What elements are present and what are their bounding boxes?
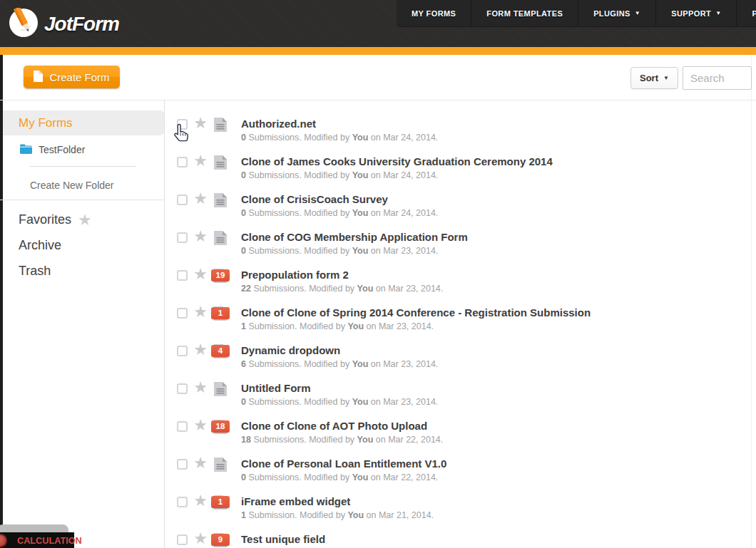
favorite-star-icon[interactable]: ★: [193, 153, 208, 169]
calculation-overlay-bar: CALCULATION: [0, 532, 74, 548]
form-checkbox[interactable]: [177, 119, 188, 130]
form-meta: 1 Submission. Modified by You on Mar 21,…: [241, 510, 434, 521]
form-meta: 0 Submissions. Modified by You on Mar 24…: [241, 208, 438, 219]
form-checkbox[interactable]: [177, 497, 188, 507]
modified-by-user: You: [352, 359, 369, 369]
form-title[interactable]: Clone of Clone of AOT Photo Upload: [241, 420, 443, 433]
favorite-star-icon[interactable]: ★: [193, 455, 208, 471]
form-checkbox[interactable]: [177, 195, 188, 205]
form-checkbox[interactable]: [177, 270, 188, 281]
form-meta: 1 Submission. Modified by You on Mar 23,…: [241, 321, 591, 332]
create-form-button[interactable]: Create Form: [24, 66, 120, 88]
form-text-block: Clone of Personal Loan Entitlement V1.0 …: [241, 457, 446, 483]
calculation-overlay: CALCULATION: [0, 524, 80, 548]
form-list-row: ★ Untitled Form 0 Submissions. Modified …: [177, 376, 755, 414]
jotform-logo-icon: [9, 8, 39, 41]
jotform-my-forms-page: JotForm MY FORMS FORM TEMPLATES PLUGINS …: [0, 0, 756, 548]
nav-plugins[interactable]: PLUGINS ▼: [578, 0, 655, 26]
favorite-star-icon[interactable]: ★: [193, 115, 208, 131]
form-doc-icon: [211, 382, 230, 397]
sidebar-item-my-forms[interactable]: My Forms: [3, 110, 164, 135]
meta-text: Submissions. Modified by: [246, 208, 352, 218]
star-icon: ★: [78, 214, 92, 226]
meta-text: Submissions. Modified by: [246, 170, 352, 180]
form-doc-icon: 9: [211, 533, 230, 548]
form-doc-icon: 1: [211, 495, 230, 510]
search-input[interactable]: [683, 66, 752, 90]
favorite-star-icon[interactable]: ★: [193, 191, 208, 207]
form-checkbox[interactable]: [177, 157, 188, 167]
form-text-block: Clone of Clone of Spring 2014 Conference…: [241, 306, 591, 332]
form-meta: 6 Submissions. Modified by You on Mar 23…: [241, 359, 438, 370]
form-title[interactable]: Test unique field: [241, 533, 325, 546]
favorite-star-icon[interactable]: ★: [193, 267, 208, 282]
form-doc-icon: 19: [211, 269, 230, 284]
form-list-row: ★ 18 Clone of Clone of AOT Photo Upload …: [177, 414, 755, 452]
form-title[interactable]: Untitled Form: [241, 382, 438, 395]
sidebar-item-favorites[interactable]: Favorites ★: [19, 212, 92, 227]
form-doc-icon: 1: [211, 306, 230, 321]
modified-by-user: You: [352, 133, 369, 143]
form-list-row: ★ Clone of COG Membership Application Fo…: [177, 225, 755, 263]
jotform-logo[interactable]: JotForm: [9, 8, 119, 41]
favorite-star-icon[interactable]: ★: [193, 531, 208, 547]
new-submissions-badge[interactable]: 1: [211, 496, 230, 508]
form-text-block: iFrame embed widget 1 Submission. Modifi…: [241, 495, 434, 521]
nav-support[interactable]: SUPPORT ▼: [655, 0, 736, 26]
new-submissions-badge[interactable]: 19: [211, 269, 230, 281]
form-text-block: Clone of Clone of AOT Photo Upload 18 Su…: [241, 420, 443, 445]
form-text-block: Test unique field: [241, 533, 325, 546]
meta-text: Submission. Modified by: [246, 321, 347, 331]
form-title[interactable]: Prepopulation form 2: [241, 269, 443, 281]
sidebar-item-archive[interactable]: Archive: [19, 238, 61, 253]
form-doc-icon: 18: [211, 420, 230, 435]
new-submissions-badge[interactable]: 9: [211, 534, 230, 546]
nav-my-forms[interactable]: MY FORMS: [397, 0, 471, 26]
nav-pricing[interactable]: PRICING: [736, 0, 756, 26]
form-checkbox[interactable]: [177, 346, 188, 356]
form-checkbox[interactable]: [177, 308, 188, 319]
sidebar-item-trash[interactable]: Trash: [19, 264, 51, 279]
sidebar-folder-testfolder[interactable]: TestFolder: [3, 140, 164, 159]
form-list-row: ★ Clone of Personal Loan Entitlement V1.…: [177, 452, 755, 490]
form-title[interactable]: Clone of COG Membership Application Form: [241, 231, 468, 244]
form-list: ★ Authorized.net 0 Submissions. Modified…: [177, 112, 755, 548]
jotform-logo-text: JotForm: [44, 13, 119, 36]
form-checkbox[interactable]: [177, 232, 188, 243]
form-checkbox[interactable]: [177, 383, 188, 394]
top-header-bar: JotForm MY FORMS FORM TEMPLATES PLUGINS …: [0, 0, 756, 47]
favorite-star-icon[interactable]: ★: [193, 418, 208, 433]
nav-form-templates-label: FORM TEMPLATES: [486, 9, 563, 18]
favorite-star-icon[interactable]: ★: [193, 342, 208, 358]
meta-text: Submissions. Modified by: [246, 472, 352, 482]
favorite-star-icon[interactable]: ★: [193, 493, 208, 509]
create-new-folder-link[interactable]: Create New Folder: [30, 180, 114, 191]
form-doc-icon: [211, 155, 230, 170]
form-title[interactable]: Dynamic dropdown: [241, 344, 438, 357]
form-checkbox[interactable]: [177, 459, 188, 470]
modified-date: on Mar 23, 2014.: [368, 397, 438, 407]
submission-count: 0: [241, 472, 246, 482]
new-submissions-badge[interactable]: 4: [211, 345, 230, 357]
favorite-star-icon[interactable]: ★: [193, 380, 208, 396]
modified-by-user: You: [357, 284, 374, 294]
new-submissions-badge[interactable]: 1: [211, 307, 230, 319]
form-title[interactable]: Clone of Clone of Spring 2014 Conference…: [241, 306, 591, 319]
form-title[interactable]: Authorized.net: [241, 118, 438, 130]
form-checkbox[interactable]: [177, 534, 188, 545]
form-list-row: ★ Clone of CrisisCoach Survey 0 Submissi…: [177, 187, 755, 225]
form-checkbox[interactable]: [177, 421, 188, 432]
nav-form-templates[interactable]: FORM TEMPLATES: [471, 0, 578, 26]
new-submissions-badge[interactable]: 18: [211, 420, 230, 433]
form-title[interactable]: Clone of CrisisCoach Survey: [241, 193, 438, 206]
favorite-star-icon[interactable]: ★: [193, 304, 208, 320]
favorite-star-icon[interactable]: ★: [193, 229, 208, 244]
form-title[interactable]: Clone of James Cooks University Graduati…: [241, 155, 553, 168]
submission-count: 6: [241, 359, 246, 369]
meta-text: Submissions. Modified by: [246, 359, 352, 369]
form-title[interactable]: Clone of Personal Loan Entitlement V1.0: [241, 457, 446, 470]
form-list-row: ★ 9 Test unique field: [177, 527, 755, 548]
sort-label: Sort: [640, 73, 658, 83]
sort-button[interactable]: Sort ▼: [630, 67, 678, 89]
form-title[interactable]: iFrame embed widget: [241, 495, 434, 508]
